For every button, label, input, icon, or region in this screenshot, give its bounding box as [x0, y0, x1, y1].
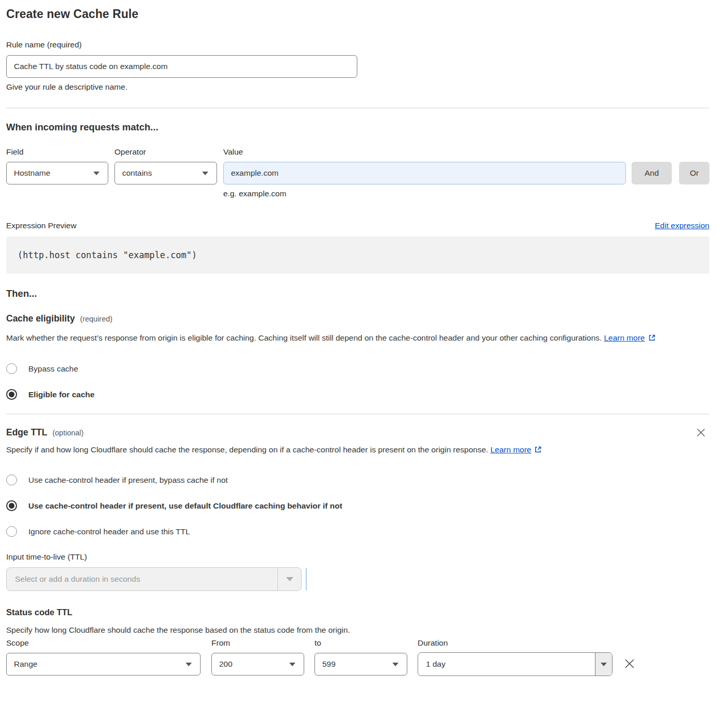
- text-cursor: [306, 568, 307, 590]
- field-label: Field: [6, 147, 108, 157]
- operator-label: Operator: [114, 147, 217, 157]
- radio-icon: [6, 363, 17, 374]
- ttl-placeholder: Select or add a duration in seconds: [7, 575, 140, 584]
- operator-select[interactable]: contains: [114, 162, 217, 184]
- radio-eligible-for-cache[interactable]: Eligible for cache: [6, 389, 709, 400]
- from-select[interactable]: 200: [211, 653, 304, 676]
- field-select-value: Hostname: [14, 168, 51, 178]
- chevron-down-icon: [202, 172, 208, 175]
- match-heading: When incoming requests match...: [6, 122, 709, 133]
- external-link-icon: [534, 444, 542, 458]
- rule-name-input[interactable]: [6, 55, 357, 78]
- value-input[interactable]: [223, 162, 626, 184]
- scope-select-value: Range: [14, 660, 38, 669]
- cache-eligibility-description: Mark whether the request’s response from…: [6, 331, 697, 346]
- chevron-down-icon: [392, 663, 399, 666]
- external-link-icon: [648, 332, 656, 346]
- edge-ttl-description: Specify if and how long Cloudflare shoul…: [6, 443, 573, 458]
- section-divider: [6, 414, 709, 414]
- duration-select[interactable]: 1 day: [418, 652, 613, 676]
- edit-expression-link[interactable]: Edit expression: [655, 221, 709, 230]
- ttl-duration-select[interactable]: Select or add a duration in seconds: [6, 567, 302, 591]
- duration-label: Duration: [418, 638, 613, 648]
- chevron-down-icon: [186, 663, 192, 666]
- chevron-down-icon: [289, 663, 295, 666]
- close-icon[interactable]: [696, 427, 706, 440]
- expression-preview-label: Expression Preview: [6, 221, 76, 230]
- value-label: Value: [223, 147, 626, 157]
- chevron-down-icon[interactable]: [595, 653, 612, 676]
- status-code-ttl-heading: Status code TTL: [6, 607, 709, 617]
- then-heading: Then...: [6, 288, 709, 299]
- required-tag: (required): [80, 315, 112, 323]
- field-select[interactable]: Hostname: [6, 162, 108, 184]
- delete-row-icon[interactable]: [623, 657, 636, 672]
- chevron-down-icon: [93, 172, 100, 175]
- radio-checked-icon: [6, 500, 17, 511]
- ttl-input-label: Input time-to-live (TTL): [6, 552, 709, 562]
- and-button[interactable]: And: [632, 162, 672, 184]
- rule-name-helper: Give your rule a descriptive name.: [6, 82, 709, 92]
- edge-ttl-heading: Edge TTL: [6, 427, 47, 438]
- scope-select[interactable]: Range: [6, 653, 201, 676]
- radio-icon: [6, 526, 17, 537]
- scope-label: Scope: [6, 638, 201, 648]
- optional-tag: (optional): [53, 429, 84, 437]
- radio-cc-bypass[interactable]: Use cache-control header if present, byp…: [6, 475, 709, 485]
- radio-cc-default[interactable]: Use cache-control header if present, use…: [6, 500, 709, 511]
- to-label: to: [315, 638, 407, 648]
- cache-eligibility-heading: Cache eligibility: [6, 313, 75, 324]
- chevron-down-icon[interactable]: [277, 568, 301, 590]
- from-label: From: [211, 638, 304, 648]
- or-button[interactable]: Or: [679, 162, 709, 184]
- learn-more-link[interactable]: Learn more: [490, 445, 531, 454]
- value-helper: e.g. example.com: [223, 189, 709, 198]
- radio-cc-ignore[interactable]: Ignore cache-control header and use this…: [6, 526, 709, 537]
- rule-name-label: Rule name (required): [6, 40, 709, 49]
- section-divider: [6, 108, 709, 108]
- radio-checked-icon: [6, 389, 17, 400]
- expression-preview-code: (http.host contains "example.com"): [6, 237, 709, 274]
- page-title: Create new Cache Rule: [6, 0, 709, 21]
- status-code-ttl-description: Specify how long Cloudflare should cache…: [6, 623, 709, 637]
- duration-select-value: 1 day: [426, 660, 445, 669]
- learn-more-link[interactable]: Learn more: [604, 333, 644, 342]
- operator-select-value: contains: [122, 168, 152, 178]
- to-select[interactable]: 599: [315, 653, 407, 676]
- from-select-value: 200: [219, 660, 233, 669]
- to-select-value: 599: [322, 660, 336, 669]
- radio-icon: [6, 475, 17, 485]
- radio-bypass-cache[interactable]: Bypass cache: [6, 363, 709, 374]
